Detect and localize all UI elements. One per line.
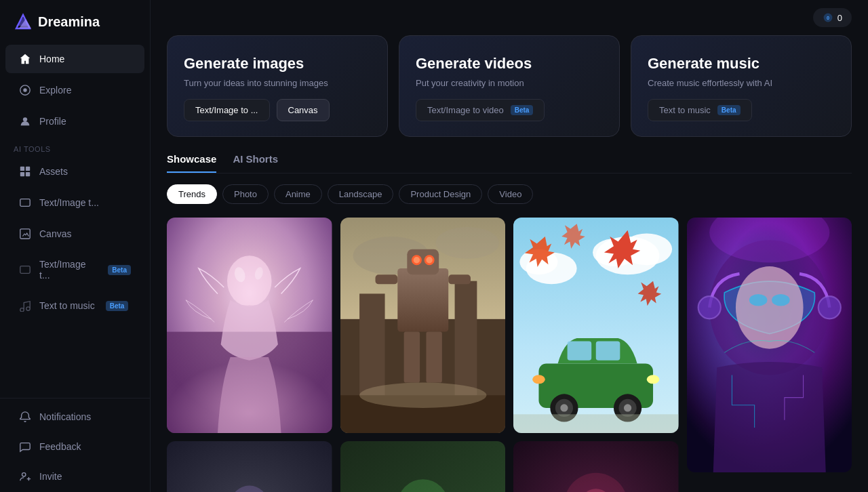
text-image-video-button[interactable]: Text/Image to video Beta (416, 99, 545, 121)
svg-rect-36 (375, 274, 397, 284)
grid-image-bottom-1[interactable] (167, 441, 332, 492)
sidebar-item-label: Text/Image t... (39, 259, 97, 281)
text-image-button[interactable]: Text/Image to ... (184, 99, 270, 121)
svg-rect-7 (26, 167, 30, 171)
svg-point-34 (413, 257, 419, 263)
canvas-button[interactable]: Canvas (277, 99, 330, 121)
beta-badge: Beta (511, 105, 534, 115)
image-column-1 (167, 218, 332, 492)
dreamina-logo-icon (14, 12, 33, 31)
filter-trends[interactable]: Trends (167, 184, 217, 204)
sidebar-item-label: Feedback (39, 441, 81, 452)
svg-rect-8 (20, 172, 24, 176)
sidebar-item-text-music[interactable]: Text to music Beta (5, 291, 144, 320)
hero-card-subtitle: Put your creativity in motion (416, 78, 603, 88)
hero-card-title: Generate videos (416, 55, 603, 73)
notifications-icon (19, 411, 31, 423)
filter-landscape[interactable]: Landscape (328, 184, 394, 204)
sidebar-item-label: Assets (39, 166, 68, 177)
sidebar-item-label: Invite (39, 471, 62, 482)
svg-point-4 (23, 88, 26, 91)
svg-rect-30 (397, 268, 448, 332)
hero-card-generate-videos: Generate videos Put your creativity in m… (399, 35, 620, 137)
explore-icon (19, 84, 31, 96)
filter-anime[interactable]: Anime (274, 184, 322, 204)
svg-point-41 (359, 382, 486, 407)
sidebar-item-label: Explore (39, 85, 71, 96)
showcase-section: Showcase AI Shorts Trends Photo Anime La… (151, 153, 868, 492)
svg-point-61 (532, 375, 545, 384)
sidebar-item-notifications[interactable]: Notifications (5, 403, 144, 431)
grid-image-bottom-3[interactable] (513, 441, 679, 492)
filter-photo[interactable]: Photo (222, 184, 269, 204)
grid-image-maple-car[interactable] (513, 218, 679, 433)
grid-image-bottom-2[interactable] (340, 441, 506, 492)
canvas-icon (19, 228, 31, 240)
sidebar-item-label: Profile (39, 116, 66, 127)
topbar: 0 0 (151, 0, 868, 35)
grid-image-crystal-woman[interactable] (167, 218, 332, 433)
hero-card-subtitle: Turn your ideas into stunning images (184, 78, 371, 88)
btn-label: Text/Image to video (427, 105, 504, 115)
image-column-2 (340, 218, 506, 492)
sidebar-item-label: Home (39, 54, 64, 64)
sidebar-item-canvas[interactable]: Canvas (5, 220, 144, 248)
bell-icon: 0 (823, 12, 833, 23)
tab-ai-shorts[interactable]: AI Shorts (233, 153, 278, 173)
svg-rect-21 (167, 441, 332, 492)
sidebar-item-profile[interactable]: Profile (5, 107, 144, 136)
svg-rect-39 (426, 332, 441, 383)
sidebar-item-label: Text to music (39, 300, 95, 311)
svg-rect-38 (403, 332, 419, 383)
svg-rect-52 (568, 342, 592, 361)
hero-card-subtitle: Create music effortlessly with AI (648, 78, 835, 88)
hero-card-buttons: Text/Image to video Beta (416, 99, 603, 121)
filter-pills: Trends Photo Anime Landscape Product Des… (167, 184, 852, 204)
svg-rect-53 (596, 342, 620, 361)
sidebar-item-label: Canvas (39, 228, 71, 239)
home-icon (19, 53, 31, 65)
sidebar-item-label: Notifications (39, 411, 91, 422)
sidebar-item-explore[interactable]: Explore (5, 76, 144, 104)
hero-card-generate-images: Generate images Turn your ideas into stu… (167, 35, 388, 137)
svg-rect-37 (448, 274, 471, 284)
hero-card-title: Generate images (184, 55, 371, 73)
sidebar-item-home[interactable]: Home (5, 45, 144, 73)
filter-product-design[interactable]: Product Design (399, 184, 482, 204)
logo[interactable]: Dreamina (0, 0, 150, 43)
hero-card-title: Generate music (648, 55, 835, 73)
text-image-beta-icon (19, 264, 31, 276)
hero-card-buttons: Text/Image to ... Canvas (184, 99, 371, 121)
sidebar-item-invite[interactable]: Invite (5, 462, 144, 491)
svg-point-70 (749, 294, 767, 306)
sidebar-item-assets[interactable]: Assets (5, 157, 144, 186)
svg-rect-11 (20, 229, 30, 239)
text-image-icon (19, 197, 31, 209)
svg-point-73 (818, 296, 840, 319)
profile-icon (19, 115, 31, 127)
feedback-icon (19, 440, 31, 453)
notification-button[interactable]: 0 0 (813, 8, 852, 27)
music-icon (19, 300, 31, 312)
svg-point-71 (772, 294, 790, 306)
svg-point-26 (435, 227, 499, 259)
sidebar-item-text-image[interactable]: Text/Image t... (5, 188, 144, 217)
beta-badge: Beta (108, 265, 131, 275)
svg-rect-31 (407, 249, 439, 274)
grid-image-cyber-girl[interactable] (687, 218, 852, 472)
svg-point-69 (735, 266, 803, 349)
svg-rect-12 (20, 266, 30, 274)
tab-showcase[interactable]: Showcase (167, 153, 216, 173)
beta-badge: Beta (106, 301, 129, 311)
sidebar-item-text-image-beta[interactable]: Text/Image t... Beta (5, 251, 144, 289)
sidebar-item-feedback[interactable]: Feedback (5, 432, 144, 461)
svg-rect-10 (20, 199, 30, 207)
filter-video[interactable]: Video (488, 184, 533, 204)
hero-card-generate-music: Generate music Create music effortlessly… (631, 35, 852, 137)
sidebar: Dreamina Home Explore Profile AI tools A… (0, 0, 151, 492)
svg-point-13 (22, 473, 26, 476)
text-music-button[interactable]: Text to music Beta (648, 99, 752, 121)
image-column-4 (687, 218, 852, 492)
grid-image-industrial-robot[interactable] (340, 218, 506, 433)
svg-point-18 (227, 255, 272, 306)
